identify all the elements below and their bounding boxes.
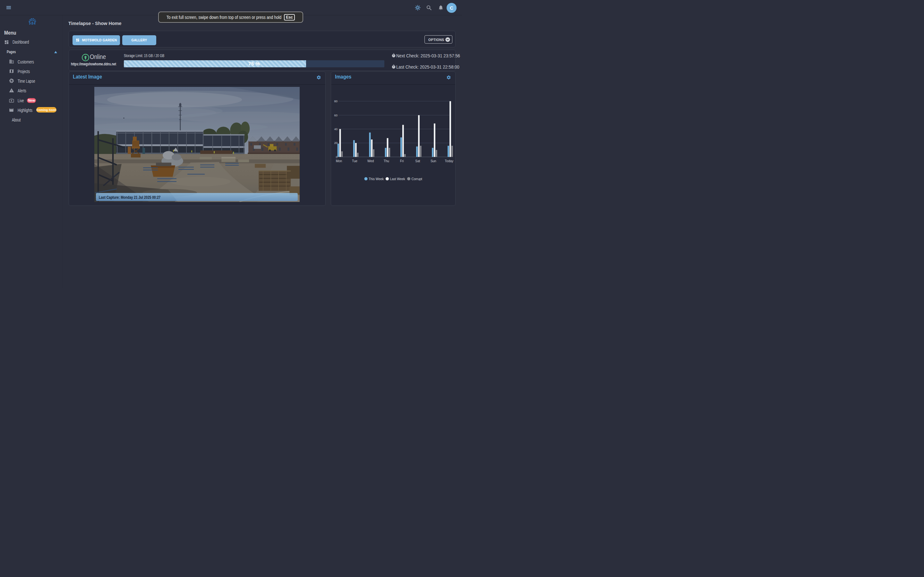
svg-text:0: 0 — [336, 155, 337, 158]
svg-text:40: 40 — [334, 127, 338, 131]
svg-text:60: 60 — [334, 113, 338, 117]
svg-text:Corrupt: Corrupt — [411, 177, 422, 181]
svg-text:Fri: Fri — [400, 159, 404, 163]
svg-text:Mon: Mon — [336, 159, 342, 163]
svg-text:Today: Today — [445, 159, 453, 163]
svg-text:20: 20 — [334, 141, 338, 145]
svg-text:Wed: Wed — [367, 159, 373, 163]
svg-text:Thu: Thu — [383, 159, 389, 163]
svg-text:Last Week: Last Week — [390, 177, 405, 181]
svg-text:This Week: This Week — [368, 177, 384, 181]
svg-text:80: 80 — [334, 99, 338, 103]
svg-text:Sun: Sun — [430, 159, 436, 163]
svg-text:Sat: Sat — [415, 159, 420, 163]
svg-text:Tue: Tue — [352, 159, 357, 163]
